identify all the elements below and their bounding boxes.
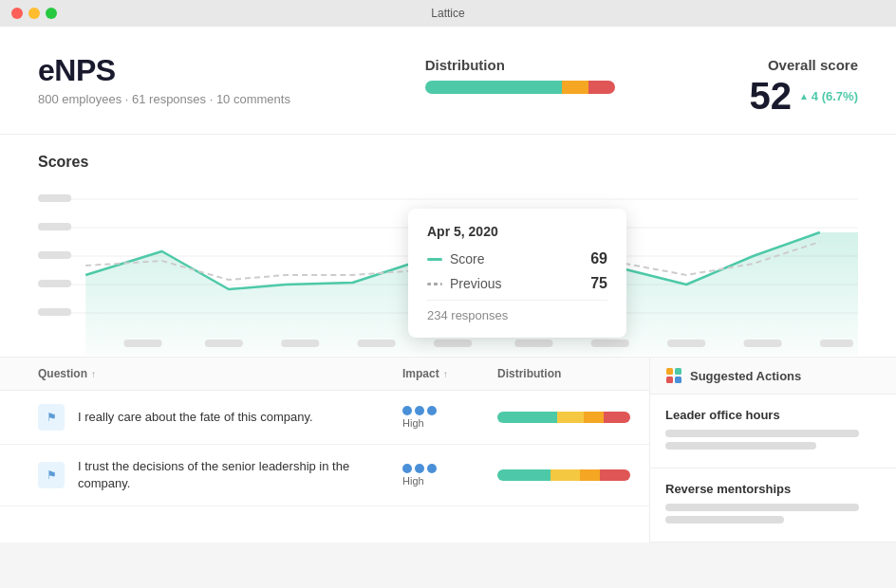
svg-rect-20 bbox=[820, 340, 853, 347]
svg-rect-23 bbox=[666, 377, 673, 383]
overall-score-label: Overall score bbox=[768, 57, 858, 73]
tooltip-responses: 234 responses bbox=[427, 300, 607, 322]
impact-label: High bbox=[402, 475, 424, 487]
score-change-value: 4 (6.7%) bbox=[812, 89, 858, 103]
impact-dot-3 bbox=[427, 406, 437, 415]
action-bar-1 bbox=[665, 430, 859, 437]
svg-rect-17 bbox=[591, 340, 629, 347]
row-impact: High bbox=[402, 464, 497, 487]
impact-dot-1 bbox=[402, 406, 412, 415]
dist-segment-yellow bbox=[551, 469, 580, 481]
tooltip-score-row: Score 69 bbox=[427, 250, 607, 267]
impact-label: High bbox=[402, 417, 424, 429]
scores-title: Scores bbox=[38, 154, 858, 171]
dist-segment-green bbox=[497, 412, 557, 423]
chart-tooltip: Apr 5, 2020 Score 69 Previous 75 234 res… bbox=[408, 209, 626, 338]
svg-rect-15 bbox=[434, 340, 472, 347]
action-bar-1 bbox=[665, 504, 859, 511]
flag-icon: ⚑ bbox=[47, 469, 57, 482]
svg-rect-21 bbox=[666, 368, 673, 375]
impact-dots bbox=[402, 464, 437, 473]
action-item[interactable]: Leader office hours bbox=[650, 395, 896, 469]
score-line-icon bbox=[427, 258, 442, 261]
tooltip-score-value: 69 bbox=[590, 250, 607, 267]
row-distribution bbox=[497, 469, 630, 481]
th-impact[interactable]: Impact ↑ bbox=[402, 367, 497, 380]
th-distribution: Distribution bbox=[497, 367, 630, 380]
dist-passives bbox=[562, 81, 588, 94]
previous-line-icon bbox=[427, 283, 442, 285]
impact-dots bbox=[402, 406, 437, 415]
svg-rect-9 bbox=[38, 308, 71, 316]
tooltip-previous-value: 75 bbox=[590, 275, 607, 292]
svg-rect-19 bbox=[743, 340, 781, 347]
header-distribution: Distribution bbox=[425, 57, 615, 94]
th-question[interactable]: Question ↑ bbox=[38, 367, 402, 380]
enps-title: eNPS bbox=[38, 53, 290, 88]
tooltip-previous-label: Previous bbox=[427, 276, 501, 291]
svg-rect-5 bbox=[38, 194, 71, 202]
row-flag-icon: ⚑ bbox=[38, 462, 65, 488]
score-row: 52 ▲ 4 (6.7%) bbox=[749, 77, 858, 115]
impact-dot-2 bbox=[415, 464, 424, 473]
dist-promoters bbox=[425, 81, 562, 94]
up-arrow-icon: ▲ bbox=[799, 91, 809, 101]
window-controls bbox=[11, 8, 57, 19]
svg-rect-14 bbox=[358, 340, 396, 347]
svg-rect-24 bbox=[675, 377, 681, 383]
header-subtitle: 800 employees · 61 responses · 10 commen… bbox=[38, 92, 290, 106]
tooltip-previous-row: Previous 75 bbox=[427, 275, 607, 292]
lattice-icon bbox=[665, 367, 682, 384]
row-question: I really care about the fate of this com… bbox=[78, 409, 402, 426]
table-header: Question ↑ Impact ↑ Distribution bbox=[0, 358, 649, 391]
impact-dot-1 bbox=[402, 464, 412, 473]
action-bar-2 bbox=[665, 442, 816, 450]
dist-segment-red bbox=[600, 469, 630, 481]
action-bar-2 bbox=[665, 516, 784, 524]
dist-segment-green bbox=[497, 469, 551, 481]
header: eNPS 800 employees · 61 responses · 10 c… bbox=[0, 27, 896, 135]
table-row[interactable]: ⚑ I really care about the fate of this c… bbox=[0, 391, 649, 445]
table-left: Question ↑ Impact ↑ Distribution ⚑ I rea… bbox=[0, 358, 649, 542]
chart-area: Apr 5, 2020 Score 69 Previous 75 234 res… bbox=[38, 180, 858, 356]
dist-segment-orange bbox=[580, 469, 600, 481]
svg-rect-12 bbox=[205, 340, 243, 347]
close-button[interactable] bbox=[11, 8, 23, 19]
row-flag-icon: ⚑ bbox=[38, 404, 65, 431]
scores-section: Scores bbox=[0, 135, 896, 353]
distribution-bar bbox=[425, 81, 615, 94]
svg-rect-7 bbox=[38, 251, 71, 259]
dist-segment-red bbox=[604, 412, 630, 423]
window-title: Lattice bbox=[431, 7, 464, 20]
action-title: Reverse mentorships bbox=[665, 482, 881, 496]
header-score: Overall score 52 ▲ 4 (6.7%) bbox=[749, 57, 858, 115]
svg-rect-18 bbox=[667, 340, 705, 347]
flag-icon: ⚑ bbox=[47, 411, 57, 424]
action-title: Leader office hours bbox=[665, 408, 881, 422]
header-left: eNPS 800 employees · 61 responses · 10 c… bbox=[38, 53, 290, 106]
row-impact: High bbox=[402, 406, 497, 429]
distribution-label: Distribution bbox=[425, 57, 505, 73]
svg-rect-16 bbox=[514, 340, 552, 347]
table-row[interactable]: ⚑ I trust the decisions of the senior le… bbox=[0, 445, 649, 506]
question-sort-icon: ↑ bbox=[91, 369, 96, 379]
title-bar: Lattice bbox=[0, 0, 896, 27]
maximize-button[interactable] bbox=[46, 8, 57, 19]
minimize-button[interactable] bbox=[28, 8, 40, 19]
action-item[interactable]: Reverse mentorships bbox=[650, 469, 896, 542]
main-content: eNPS 800 employees · 61 responses · 10 c… bbox=[0, 27, 896, 542]
svg-rect-6 bbox=[38, 223, 71, 230]
score-value: 52 bbox=[749, 77, 792, 115]
row-question: I trust the decisions of the senior lead… bbox=[78, 458, 402, 492]
row-distribution bbox=[497, 412, 630, 423]
dist-segment-yellow bbox=[557, 412, 584, 423]
impact-dot-3 bbox=[427, 464, 437, 473]
svg-rect-8 bbox=[38, 280, 71, 287]
tooltip-score-label: Score bbox=[427, 251, 485, 266]
dist-detractors bbox=[588, 81, 615, 94]
impact-dot-2 bbox=[415, 406, 424, 415]
svg-rect-22 bbox=[675, 368, 681, 375]
dist-segment-orange bbox=[584, 412, 604, 423]
table-section: Question ↑ Impact ↑ Distribution ⚑ I rea… bbox=[0, 357, 896, 542]
svg-rect-13 bbox=[281, 340, 319, 347]
